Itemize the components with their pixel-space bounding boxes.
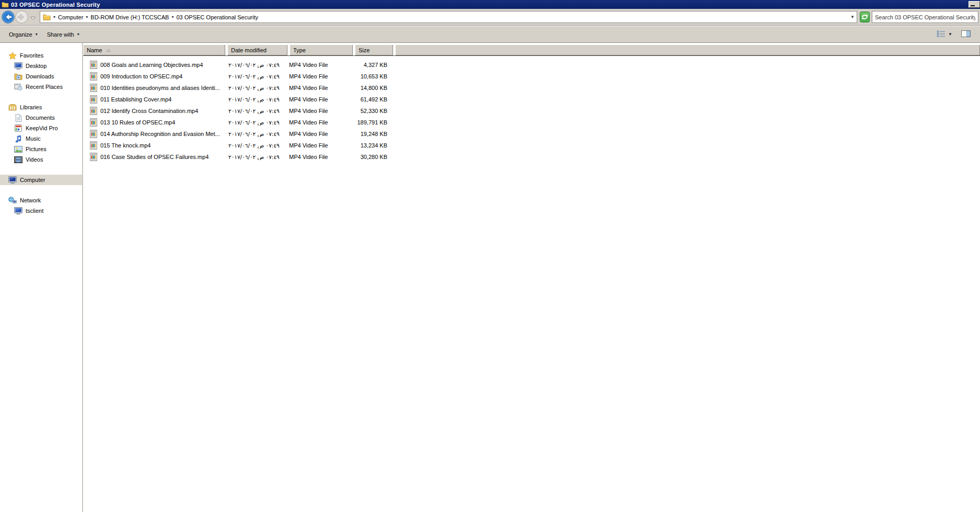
- downloads-icon: [14, 73, 22, 81]
- file-row[interactable]: 009 Introduction to OPSEC.mp4 ٢٠١٧/٠٦/٠٢…: [83, 71, 980, 82]
- media-icon: [90, 153, 97, 161]
- refresh-button[interactable]: [860, 12, 870, 22]
- minimize-button[interactable]: [969, 1, 980, 8]
- sidebar-group-children: Documents KeepVid Pro Music Pictures Vid…: [0, 112, 82, 165]
- breadcrumb-arrow-icon[interactable]: ▾: [53, 15, 55, 19]
- file-date-text: ٢٠١٧/٠٦/٠٢ ص ٠٧:٤٩: [226, 108, 287, 114]
- sidebar-item-label: Downloads: [26, 73, 54, 79]
- file-row[interactable]: 008 Goals and Learning Objectives.mp4 ٢٠…: [83, 59, 980, 71]
- sidebar-item-label: KeepVid Pro: [26, 125, 58, 131]
- search-input[interactable]: [872, 12, 978, 22]
- file-date-text: ٢٠١٧/٠٦/٠٢ ص ٠٧:٤٩: [226, 131, 287, 137]
- file-size-text: 4,327 KB: [352, 62, 388, 68]
- file-date-text: ٢٠١٧/٠٦/٠٢ ص ٠٧:٤٩: [226, 154, 287, 160]
- sidebar-group-label: Libraries: [20, 104, 42, 110]
- search-box[interactable]: [872, 11, 978, 23]
- file-name-cell: 011 Establishing Cover.mp4: [83, 95, 226, 104]
- organize-button[interactable]: Organize ▾: [4, 29, 42, 40]
- sidebar-item-downloads[interactable]: Downloads: [0, 71, 82, 82]
- file-size-text: 10,653 KB: [352, 73, 388, 79]
- sidebar-item-favorites[interactable]: Favorites: [0, 50, 82, 61]
- sidebar-item-documents[interactable]: Documents: [0, 112, 82, 123]
- videos-icon: [14, 156, 22, 164]
- file-type-text: MP4 Video File: [287, 131, 352, 137]
- breadcrumb-item-current-folder[interactable]: 03 OPSEC Operational Security: [176, 14, 258, 20]
- share-with-button[interactable]: Share with ▾: [42, 29, 84, 40]
- navigation-pane: Favorites Desktop Downloads Recent Place…: [0, 43, 82, 512]
- share-with-label: Share with: [47, 31, 74, 38]
- column-headers: Name Date modified Type Size: [83, 44, 980, 56]
- sidebar-item-desktop[interactable]: Desktop: [0, 61, 82, 71]
- file-name-text: 008 Goals and Learning Objectives.mp4: [100, 62, 203, 68]
- file-row[interactable]: 015 The knock.mp4 ٢٠١٧/٠٦/٠٢ ص ٠٧:٤٩ MP4…: [83, 140, 980, 151]
- back-button[interactable]: [2, 10, 15, 24]
- sidebar-group-children: tsclient: [0, 206, 82, 216]
- file-name-text: 014 Authorship Recognition and Evasion M…: [100, 131, 220, 137]
- address-history-chevron-icon[interactable]: ▼: [850, 15, 855, 19]
- sidebar-item-label: Pictures: [26, 146, 47, 152]
- organize-label: Organize: [9, 31, 32, 38]
- file-name-cell: 014 Authorship Recognition and Evasion M…: [83, 130, 226, 138]
- sidebar-item-tsclient[interactable]: tsclient: [0, 206, 82, 216]
- breadcrumb-arrow-icon[interactable]: ▾: [86, 15, 88, 19]
- preview-pane-button[interactable]: [959, 29, 973, 40]
- media-icon: [90, 95, 97, 104]
- file-size-text: 14,800 KB: [352, 85, 388, 91]
- column-header-filler: [395, 44, 980, 55]
- sidebar-item-videos[interactable]: Videos: [0, 154, 82, 165]
- folder-icon: [2, 1, 9, 8]
- file-name-cell: 013 10 Rules of OPSEC.mp4: [83, 118, 226, 127]
- sidebar-item-music[interactable]: Music: [0, 133, 82, 144]
- file-date-text: ٢٠١٧/٠٦/٠٢ ص ٠٧:٤٩: [226, 119, 287, 126]
- breadcrumb-arrow-icon[interactable]: ▾: [171, 15, 174, 19]
- desktop-icon: [14, 62, 22, 70]
- column-header-size[interactable]: Size: [355, 44, 393, 55]
- views-icon: [937, 30, 946, 38]
- change-view-button[interactable]: ▼: [935, 29, 954, 40]
- chevron-down-icon: ▾: [77, 32, 79, 37]
- file-row[interactable]: 010 Identities pseudonyms and aliases Id…: [83, 82, 980, 94]
- column-header-name[interactable]: Name: [83, 44, 225, 55]
- sidebar-item-pictures[interactable]: Pictures: [0, 144, 82, 154]
- file-list-area: Name Date modified Type Size 008 Goals a…: [83, 43, 980, 512]
- forward-button[interactable]: [15, 10, 28, 24]
- file-row[interactable]: 016 Case Studies of OPSEC Failures.mp4 ٢…: [83, 151, 980, 163]
- file-date-text: ٢٠١٧/٠٦/٠٢ ص ٠٧:٤٩: [226, 73, 287, 79]
- media-icon: [90, 84, 97, 92]
- file-date-text: ٢٠١٧/٠٦/٠٢ ص ٠٧:٤٩: [226, 142, 287, 149]
- file-rows: 008 Goals and Learning Objectives.mp4 ٢٠…: [83, 56, 980, 163]
- pictures-icon: [14, 145, 22, 153]
- column-header-date-modified[interactable]: Date modified: [227, 44, 287, 55]
- breadcrumb-item-drive[interactable]: BD-ROM Drive (H:) TCCSCAB: [90, 14, 169, 20]
- file-name-cell: 009 Introduction to OPSEC.mp4: [83, 72, 226, 81]
- file-size-text: 30,280 KB: [352, 154, 388, 160]
- sidebar-item-network[interactable]: Network: [0, 195, 82, 206]
- sidebar-item-label: Documents: [26, 115, 55, 121]
- sidebar-item-libraries[interactable]: Libraries: [0, 102, 82, 112]
- file-name-cell: 015 The knock.mp4: [83, 141, 226, 150]
- chevron-down-icon: ▾: [36, 32, 38, 37]
- column-header-type[interactable]: Type: [290, 44, 353, 55]
- chevron-down-icon: ▼: [948, 32, 952, 37]
- file-row[interactable]: 013 10 Rules of OPSEC.mp4 ٢٠١٧/٠٦/٠٢ ص ٠…: [83, 117, 980, 128]
- file-row[interactable]: 012 Identify Cross Contamination.mp4 ٢٠١…: [83, 105, 980, 117]
- address-bar[interactable]: ▾ Computer ▾ BD-ROM Drive (H:) TCCSCAB ▾…: [40, 11, 857, 23]
- file-row[interactable]: 011 Establishing Cover.mp4 ٢٠١٧/٠٦/٠٢ ص …: [83, 94, 980, 105]
- sidebar-item-keepvid-pro[interactable]: KeepVid Pro: [0, 123, 82, 133]
- sidebar-item-label: Music: [26, 135, 41, 142]
- breadcrumb-item-computer[interactable]: Computer: [58, 14, 83, 20]
- file-name-text: 012 Identify Cross Contamination.mp4: [100, 108, 198, 114]
- file-size-text: 19,248 KB: [352, 131, 388, 137]
- window-title: 03 OPSEC Operational Security: [11, 2, 100, 8]
- command-toolbar: Organize ▾ Share with ▾ ▼: [0, 26, 980, 43]
- recent-pages-chevron[interactable]: [30, 15, 36, 19]
- preview-icon: [961, 30, 971, 38]
- recent-icon: [14, 83, 22, 91]
- sidebar-item-computer[interactable]: Computer: [0, 175, 82, 185]
- sidebar-item-recent-places[interactable]: Recent Places: [0, 82, 82, 92]
- media-icon: [90, 141, 97, 150]
- file-name-text: 010 Identities pseudonyms and aliases Id…: [100, 85, 220, 91]
- file-row[interactable]: 014 Authorship Recognition and Evasion M…: [83, 128, 980, 140]
- sidebar-item-label: Desktop: [26, 63, 47, 69]
- file-type-text: MP4 Video File: [287, 96, 352, 103]
